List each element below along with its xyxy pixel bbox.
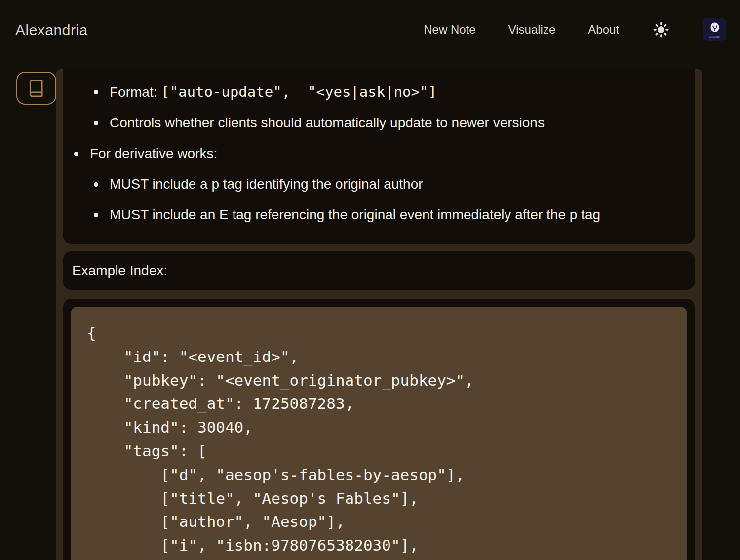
bullet-format-code: ["auto-update", "<yes|ask|no>"] <box>161 83 437 100</box>
nav-visualize[interactable]: Visualize <box>508 23 556 37</box>
code-card: { "id": "<event_id>", "pubkey": "<event_… <box>63 299 695 560</box>
bullet-must-p-tag: MUST include a p tag identifying the ori… <box>63 176 680 193</box>
gitcitadel-logo[interactable]: GitCitadel <box>703 18 726 41</box>
sidebar-toggle-button[interactable] <box>16 72 56 105</box>
example-index-heading: Example Index: <box>72 263 167 279</box>
example-index-card: Example Index: <box>63 251 695 290</box>
gitcitadel-ghost-icon <box>708 21 722 35</box>
brand-title[interactable]: Alexandria <box>15 22 88 39</box>
nav-about[interactable]: About <box>588 23 619 37</box>
bullet-must-e-tag: MUST include an E tag referencing the or… <box>63 206 680 223</box>
bullet-derivative-works: For derivative works: <box>63 145 680 162</box>
json-code-block[interactable]: { "id": "<event_id>", "pubkey": "<event_… <box>71 307 687 560</box>
spec-doc-card: Format: ["auto-update", "<yes|ask|no>"] … <box>63 69 695 244</box>
nav-new-note[interactable]: New Note <box>424 23 475 37</box>
content-area: Format: ["auto-update", "<yes|ask|no>"] … <box>56 69 702 560</box>
gitcitadel-logo-label: GitCitadel <box>709 36 720 38</box>
sun-icon <box>653 21 669 38</box>
book-icon <box>27 79 46 98</box>
bullet-format: Format: ["auto-update", "<yes|ask|no>"] <box>63 83 680 101</box>
bullet-format-label: Format: <box>110 84 161 100</box>
spec-bullet-list: Format: ["auto-update", "<yes|ask|no>"] … <box>63 83 680 223</box>
theme-toggle-button[interactable] <box>652 20 670 39</box>
bullet-controls: Controls whether clients should automati… <box>63 115 680 131</box>
top-nav: New Note Visualize About GitCitadel <box>424 18 726 41</box>
